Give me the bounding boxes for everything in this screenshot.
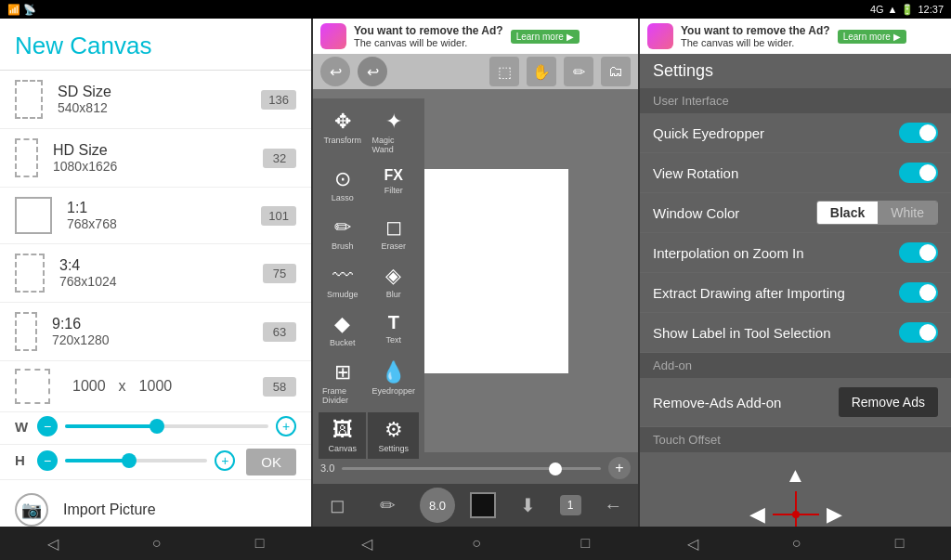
settings-gear-icon: ⚙ — [384, 418, 403, 442]
magic-wand-tool[interactable]: ✦ Magic Wand — [368, 104, 419, 160]
add-canvas-button[interactable]: + — [608, 457, 631, 479]
smudge-tool[interactable]: 〰 Smudge — [319, 258, 366, 305]
show-label-toggle[interactable] — [899, 322, 938, 343]
eraser-label: Eraser — [381, 241, 406, 251]
remove-ads-button[interactable]: Remove Ads — [839, 387, 938, 417]
color-swatch[interactable] — [470, 492, 496, 518]
selection-tool-icon[interactable]: ⬚ — [489, 57, 519, 86]
list-item[interactable]: SD Size 540x812 136 — [0, 71, 311, 129]
extract-drawing-row: Extract Drawing after Importing — [640, 273, 951, 313]
offset-left-button[interactable]: ◀ — [749, 502, 765, 527]
w-slider-track[interactable] — [65, 424, 268, 428]
layer-count: 1 — [567, 499, 574, 512]
canvas-preview-hd — [15, 138, 38, 177]
lasso-tool[interactable]: ⊙ Lasso — [319, 162, 366, 208]
quick-eyedropper-toggle[interactable] — [899, 123, 938, 143]
home-nav-icon-mid[interactable]: ○ — [472, 535, 481, 552]
canvas-tool[interactable]: 🖼 Canvas — [319, 412, 366, 459]
panel3-learn-more-button[interactable]: Learn more ▶ — [838, 30, 906, 44]
transform-label: Transform — [323, 136, 361, 145]
w-minus-button[interactable]: − — [37, 416, 58, 436]
eyedropper-tool[interactable]: 💧 Eyedropper — [368, 355, 419, 410]
panel3-ad-headline: You want to remove the Ad? — [681, 24, 830, 37]
canvas-preview-1x1 — [15, 197, 52, 234]
brush-size-button[interactable]: 8.0 — [420, 488, 455, 523]
hand-tool-icon[interactable]: ✋ — [527, 57, 556, 86]
w-label: W — [15, 419, 30, 435]
view-rotation-label: View Rotation — [653, 165, 899, 181]
bucket-tool[interactable]: ◆ Bucket — [319, 306, 366, 353]
view-rotation-toggle[interactable] — [899, 163, 938, 183]
addon-label: Remove-Ads Add-on — [653, 395, 839, 410]
tool-palette: ✥ Transform ✦ Magic Wand ⊙ Lasso FX Filt… — [313, 98, 424, 464]
list-item[interactable]: 1:1 768x768 101 — [0, 188, 311, 244]
back-nav-icon-mid[interactable]: ◁ — [361, 535, 372, 553]
canvas-name-hd: HD Size — [53, 142, 263, 159]
settings-tool[interactable]: ⚙ Settings — [368, 412, 419, 459]
download-button[interactable]: ⬇ — [510, 488, 545, 523]
custom-height: 1000 — [139, 378, 173, 395]
window-color-label: Window Color — [653, 205, 816, 221]
frame-divider-tool[interactable]: ⊞ Frame Divider — [319, 355, 366, 410]
back-nav-icon[interactable]: ◁ — [47, 535, 59, 553]
ok-button[interactable]: OK — [246, 449, 296, 475]
canvas-name-9x16: 9:16 — [52, 316, 263, 332]
pen-tool-icon[interactable]: ✏ — [564, 57, 593, 86]
recent-nav-icon-mid[interactable]: □ — [581, 535, 591, 552]
black-option[interactable]: Black — [817, 202, 878, 224]
list-item[interactable]: 9:16 720x1280 63 — [0, 303, 311, 361]
undo-button[interactable]: ↩ — [320, 57, 350, 86]
canvas-preview-sd — [15, 80, 43, 119]
back-button[interactable]: ← — [595, 488, 631, 523]
pen-tool-button[interactable]: ✏ — [370, 488, 405, 523]
learn-more-button[interactable]: Learn more ▶ — [511, 30, 580, 44]
import-picture-row[interactable]: 📷 Import Picture — [0, 480, 311, 527]
h-plus-button[interactable]: + — [215, 450, 235, 471]
zoom-slider[interactable] — [342, 467, 601, 470]
extract-drawing-toggle[interactable] — [899, 282, 938, 303]
brush-size-value: 8.0 — [429, 499, 446, 513]
touch-offset-controls: ▲ ◀ ▶ — [749, 463, 842, 527]
canvas-preview-custom — [15, 369, 50, 404]
text-tool[interactable]: T Text — [368, 306, 419, 353]
recent-nav-icon-right[interactable]: □ — [895, 535, 905, 552]
list-item[interactable]: HD Size 1080x1626 32 — [0, 129, 311, 188]
h-slider-track[interactable] — [65, 459, 207, 462]
redo-button[interactable]: ↩ — [358, 57, 387, 86]
filter-tool[interactable]: FX Filter — [368, 162, 419, 208]
canvas-badge-9x16: 63 — [263, 322, 296, 342]
canvas-name-1x1: 1:1 — [67, 200, 261, 216]
w-slider-row: W − + — [0, 412, 311, 445]
h-minus-button[interactable]: − — [37, 450, 58, 471]
custom-width: 1000 — [72, 378, 106, 395]
list-item[interactable]: 3:4 768x1024 75 — [0, 244, 311, 303]
canvas-area[interactable]: ✥ Transform ✦ Magic Wand ⊙ Lasso FX Filt… — [313, 89, 638, 452]
status-icons: 📶 📡 — [7, 4, 36, 16]
toggle-knob — [919, 164, 936, 181]
offset-right-button[interactable]: ▶ — [827, 502, 842, 527]
canvas-badge-1x1: 101 — [261, 206, 296, 226]
transform-tool[interactable]: ✥ Transform — [319, 104, 366, 160]
nav-bar: ◁ ○ □ ◁ ○ □ ◁ ○ □ — [0, 527, 951, 560]
select-tool-button[interactable]: ◻ — [320, 488, 356, 523]
eraser-tool[interactable]: ◻ Eraser — [368, 210, 419, 256]
interpolation-toggle[interactable] — [899, 242, 938, 263]
home-nav-icon[interactable]: ○ — [152, 535, 162, 552]
canvas-size-3x4: 768x1024 — [59, 274, 263, 289]
ad-app-icon — [320, 23, 346, 49]
back-nav-icon-right[interactable]: ◁ — [687, 535, 698, 553]
layer-count-badge[interactable]: 1 — [560, 495, 581, 515]
blur-tool[interactable]: ◈ Blur — [368, 258, 419, 305]
white-option[interactable]: White — [878, 202, 937, 224]
panel3-ad-text: You want to remove the Ad? The canvas wi… — [681, 24, 830, 48]
frame-divider-icon: ⊞ — [334, 360, 351, 384]
brush-tool[interactable]: ✏ Brush — [319, 210, 366, 256]
layers-icon[interactable]: 🗂 — [601, 57, 631, 86]
home-nav-icon-right[interactable]: ○ — [792, 535, 801, 552]
offset-up-button[interactable]: ▲ — [786, 463, 806, 488]
w-plus-button[interactable]: + — [276, 416, 296, 436]
ad-text: You want to remove the Ad? The canvas wi… — [354, 24, 503, 48]
recent-nav-icon[interactable]: □ — [255, 535, 265, 552]
canvas-name-sd: SD Size — [58, 84, 261, 100]
h-label: H — [15, 452, 30, 468]
